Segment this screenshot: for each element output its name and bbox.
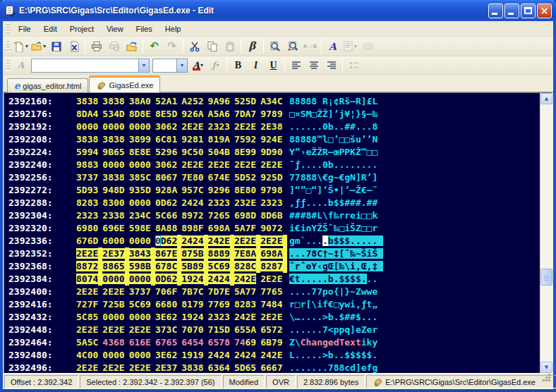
bullet-list-button[interactable] xyxy=(345,57,363,73)
hex-group[interactable]: 948D xyxy=(102,185,124,195)
hex-row[interactable]: 2392224:59949B658E8E52969C50504B8E999D90… xyxy=(8,146,540,159)
hex-row[interactable]: 2392480:4C00000000003E62191924242424242E… xyxy=(8,349,540,362)
hex-group[interactable]: 3838 xyxy=(181,362,203,373)
hex-group[interactable]: 0000 xyxy=(129,197,151,208)
undo-button[interactable]: ↶ xyxy=(145,38,163,54)
hex-group[interactable]: 3899 xyxy=(129,134,151,145)
hex-group[interactable]: 7E80 xyxy=(181,172,203,183)
hex-group[interactable]: 2E2E xyxy=(260,159,282,170)
ascii-row[interactable]: Z\ChangedTextiky xyxy=(289,336,377,349)
hex-group[interactable]: 0D62 xyxy=(155,235,177,246)
ascii-row[interactable]: ‚ƒƒ....b$$###.## xyxy=(289,197,377,209)
hex-group[interactable]: 2E2E xyxy=(234,235,256,246)
hex-group[interactable]: 8283 xyxy=(76,197,98,208)
hex-row[interactable]: 2392448:2E2E2E2E2E2E373C7070715D655A6572… xyxy=(8,324,540,336)
hex-group[interactable]: 0000 xyxy=(102,159,124,170)
hex-row[interactable]: 2392368:88728865598B678C5B895C69828C8287… xyxy=(8,260,540,273)
scrollbar-thumb[interactable] xyxy=(540,269,552,286)
hex-group[interactable]: 5C69 xyxy=(208,261,230,271)
hex-group[interactable]: 5C69 xyxy=(129,299,151,310)
hex-group[interactable]: 2E2E xyxy=(76,248,98,259)
hex-group[interactable]: 3843 xyxy=(129,248,151,259)
hex-group[interactable]: 8E99 xyxy=(234,147,256,157)
hex-group[interactable]: 698D xyxy=(234,210,256,221)
hex-group[interactable]: 6C81 xyxy=(155,134,177,145)
ascii-row[interactable]: r□r[\if€□ywi‚ƒt„ xyxy=(289,298,377,311)
hex-group[interactable]: 2424 xyxy=(234,350,256,360)
format-char-button[interactable]: A xyxy=(12,57,30,73)
save-button[interactable] xyxy=(47,38,65,54)
hex-group[interactable]: 2E37 xyxy=(102,248,124,259)
hex-group[interactable]: 2E2E xyxy=(181,159,203,170)
hex-group[interactable]: 2E38 xyxy=(260,121,282,132)
hex-group[interactable]: 6680 xyxy=(155,299,177,310)
hex-group[interactable]: 8A88 xyxy=(155,223,177,233)
hex-group[interactable]: 2424 xyxy=(181,235,203,246)
hex-group[interactable]: 706F xyxy=(155,286,177,297)
hex-row[interactable]: 2392352:2E2E2E373843867E875B88897E8A698A… xyxy=(8,247,540,260)
hex-group[interactable]: 1924 xyxy=(181,312,203,322)
hex-group[interactable]: 9B65 xyxy=(102,147,124,157)
hex-group[interactable]: 7D7E xyxy=(208,286,230,297)
underline-button[interactable]: U xyxy=(265,57,282,73)
replace-all-button[interactable]: A→B xyxy=(301,38,319,54)
hex-group[interactable]: 9C50 xyxy=(181,147,203,157)
align-center-button[interactable] xyxy=(305,57,322,73)
hex-group[interactable]: 7769 xyxy=(208,299,230,310)
minimize-button[interactable] xyxy=(488,4,503,18)
ascii-row[interactable]: ....77po{|}~Zwwe xyxy=(289,286,377,298)
hex-group[interactable]: 6454 xyxy=(181,337,203,348)
align-right-button[interactable] xyxy=(322,57,340,73)
tab-gigased-exe[interactable]: GigasEd.exe xyxy=(89,75,160,92)
hex-group[interactable]: 0000 xyxy=(129,121,151,132)
hex-group[interactable]: 5C66 xyxy=(155,210,177,221)
hex-group[interactable]: 935D xyxy=(129,185,151,195)
hex-group[interactable]: 2424 xyxy=(208,350,230,360)
hex-group[interactable]: 2E2E xyxy=(260,312,282,322)
hex-group[interactable]: 0000 xyxy=(76,121,98,132)
hex-group[interactable]: 8865 xyxy=(102,261,124,271)
hex-group[interactable]: 676D xyxy=(76,235,98,246)
hex-group[interactable]: 2E2E xyxy=(260,235,282,246)
hex-group[interactable]: 678C xyxy=(155,261,177,271)
open-file-caret-icon[interactable]: ▾ xyxy=(43,43,46,49)
hex-group[interactable]: 6980 xyxy=(76,223,98,233)
hex-row[interactable]: 2392160:3838383838A052A1A2529A96525DA34C… xyxy=(8,95,540,108)
hex-group[interactable]: 8889 xyxy=(208,248,230,259)
hex-group[interactable]: 925D xyxy=(260,172,282,183)
hex-group[interactable]: 0000 xyxy=(129,312,151,322)
ascii-row[interactable]: ###8#L\f‰rrei□□k xyxy=(289,209,377,222)
hex-group[interactable]: 2E2E xyxy=(102,324,124,335)
hex-group[interactable]: 3838 xyxy=(102,96,124,106)
menu-help[interactable]: Help xyxy=(159,23,188,35)
hex-group[interactable]: 0000 xyxy=(102,312,124,322)
hex-group[interactable]: 5296 xyxy=(155,147,177,157)
hex-group[interactable]: 3737 xyxy=(76,172,98,183)
copy-button[interactable] xyxy=(203,38,221,54)
ascii-row[interactable]: ......7<ppq]eZer xyxy=(289,324,377,336)
print-button[interactable] xyxy=(87,38,105,54)
hex-group[interactable]: A34C xyxy=(260,96,282,106)
hex-group[interactable]: 6572 xyxy=(260,324,282,335)
align-left-button[interactable] xyxy=(287,57,305,73)
ascii-row[interactable]: gm`....b$$$..... xyxy=(289,235,383,247)
close-file-button[interactable] xyxy=(65,38,83,54)
hex-group[interactable]: 715D xyxy=(208,324,230,335)
menu-view[interactable]: View xyxy=(100,23,130,35)
hex-group[interactable]: 3838 xyxy=(102,134,124,145)
hex-group[interactable]: 5D93 xyxy=(76,185,98,195)
hex-group[interactable]: 4C00 xyxy=(76,350,98,360)
font-color-button[interactable]: A ▾ xyxy=(189,57,207,73)
hex-group[interactable]: 2424 xyxy=(181,197,203,208)
hex-row[interactable]: 2392272:5D93948D935D928A957C92968E809798… xyxy=(8,184,540,197)
hex-row[interactable]: 2392464:5A5C4368616E67656454657874696B79… xyxy=(8,336,540,349)
hex-group[interactable]: 8074 xyxy=(76,274,98,284)
hex-group[interactable]: 0000 xyxy=(129,350,151,360)
hex-group[interactable]: 3737 xyxy=(129,286,151,297)
hex-group[interactable]: 2E2E xyxy=(102,286,124,297)
scroll-down-button[interactable]: ▼ xyxy=(540,362,552,373)
font-size-select[interactable]: ▾ xyxy=(152,59,188,73)
hex-row[interactable]: 2392240:98830000000030622E2E2E2E2E2E2E2E… xyxy=(8,159,540,171)
hex-group[interactable]: 5A77 xyxy=(234,286,256,297)
hex-row[interactable]: 2392496:2E2E2E2E2E2E2E37383863645D656667… xyxy=(8,362,540,373)
